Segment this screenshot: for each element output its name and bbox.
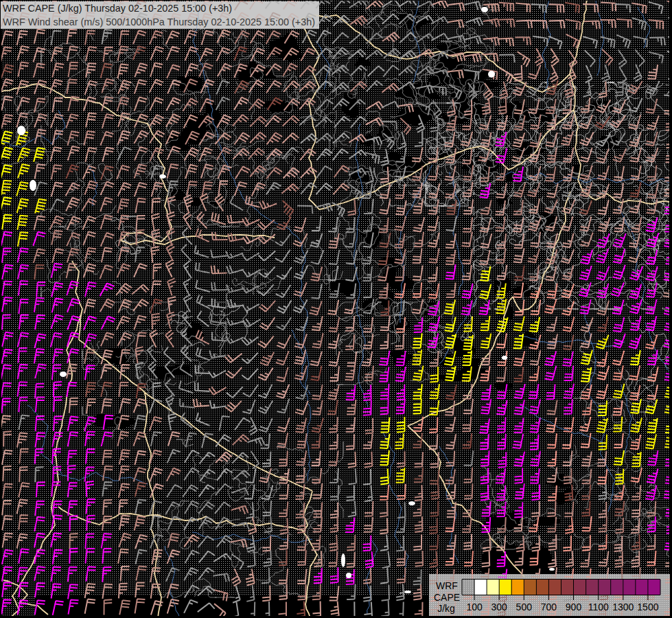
svg-text:1500: 1500 bbox=[637, 602, 658, 613]
svg-text:WRF CAPE (J/kg) Thursday 02-10: WRF CAPE (J/kg) Thursday 02-10-2025 15:0… bbox=[3, 2, 232, 14]
svg-text:700: 700 bbox=[541, 602, 557, 613]
svg-text:100: 100 bbox=[466, 602, 483, 613]
svg-text:900: 900 bbox=[566, 602, 582, 613]
svg-text:1300: 1300 bbox=[612, 602, 634, 613]
svg-text:1100: 1100 bbox=[588, 602, 609, 613]
svg-text:CAPE: CAPE bbox=[434, 592, 460, 603]
svg-text:300: 300 bbox=[491, 602, 508, 613]
svg-text:500: 500 bbox=[516, 602, 533, 613]
svg-text:WRF Wind shear (m/s) 500/1000h: WRF Wind shear (m/s) 500/1000hPa Thursda… bbox=[3, 16, 315, 27]
svg-text:WRF: WRF bbox=[436, 580, 458, 591]
svg-text:J/kg: J/kg bbox=[437, 603, 455, 614]
